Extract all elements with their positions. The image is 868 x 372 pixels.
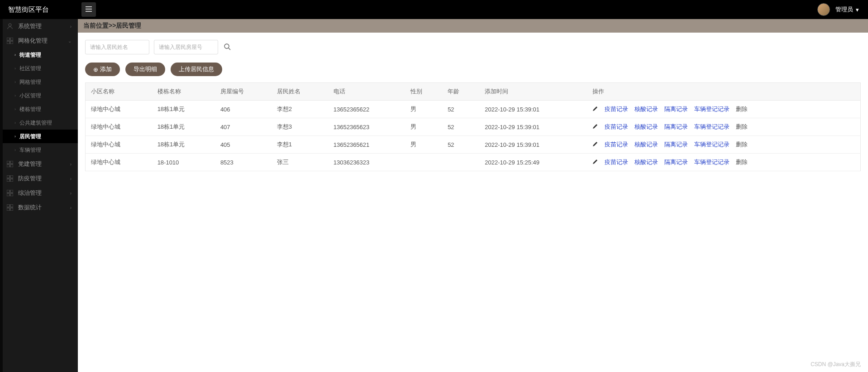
isolate-record-link[interactable]: 隔离记录: [664, 123, 688, 131]
svg-point-21: [224, 44, 229, 48]
delete-link[interactable]: 删除: [736, 140, 748, 149]
table-cell: 绿地中心城: [86, 101, 152, 118]
delete-link[interactable]: 删除: [736, 123, 748, 131]
nucleic-record-link[interactable]: 核酸记录: [634, 105, 658, 113]
add-button[interactable]: ⊕ 添加: [85, 63, 120, 76]
upload-button[interactable]: 上传居民信息: [171, 63, 222, 76]
table-header: 年龄: [442, 83, 479, 101]
isolate-record-link[interactable]: 隔离记录: [664, 105, 688, 113]
sidebar-menu-0[interactable]: 系统管理›: [0, 19, 78, 34]
sidebar-toggle-button[interactable]: [81, 2, 96, 17]
table-cell: 407: [215, 118, 272, 136]
nucleic-record-link[interactable]: 核酸记录: [634, 140, 658, 149]
topbar-right: 管理员 ▾: [817, 3, 868, 16]
table-cell: 405: [215, 136, 272, 154]
sidebar-submenu-1-7[interactable]: ›车辆管理: [0, 143, 78, 157]
delete-link[interactable]: 删除: [736, 105, 748, 113]
delete-link[interactable]: 删除: [736, 158, 748, 166]
search-button[interactable]: [223, 43, 232, 52]
room-number-input[interactable]: [154, 40, 218, 54]
vehicle-record-link[interactable]: 车辆登记记录: [694, 105, 730, 113]
edit-icon[interactable]: [592, 123, 598, 130]
sidebar-submenu-1-6[interactable]: ›居民管理: [0, 130, 78, 143]
table-cell: 绿地中心城: [86, 154, 152, 171]
vaccine-record-link[interactable]: 疫苗记录: [605, 105, 628, 113]
vaccine-record-link[interactable]: 疫苗记录: [605, 140, 628, 149]
sidebar-submenu-1-3[interactable]: ›小区管理: [0, 89, 78, 102]
chevron-right-icon: ›: [14, 53, 16, 57]
nucleic-record-link[interactable]: 核酸记录: [634, 123, 658, 131]
submenu-label: 公共建筑管理: [19, 119, 52, 127]
isolate-record-link[interactable]: 隔离记录: [664, 158, 688, 166]
resident-name-input[interactable]: [85, 40, 149, 54]
svg-rect-10: [10, 175, 13, 178]
user-role-label: 管理员: [835, 5, 853, 14]
menu-label: 网格化管理: [18, 37, 48, 45]
table-cell: 18栋1单元: [152, 118, 215, 136]
table-cell: 李想2: [272, 101, 328, 118]
chevron-right-icon: ›: [14, 148, 16, 152]
edit-icon[interactable]: [592, 141, 598, 148]
sidebar-submenu-1-4[interactable]: ›楼栋管理: [0, 102, 78, 116]
table-row: 绿地中心城18-10108523张三130362363232022-10-29 …: [86, 154, 861, 171]
svg-rect-1: [7, 38, 10, 40]
submenu-label: 街道管理: [19, 51, 41, 59]
svg-rect-7: [7, 164, 10, 167]
vehicle-record-link[interactable]: 车辆登记记录: [694, 123, 730, 131]
svg-rect-3: [7, 41, 10, 44]
table-cell: 2022-10-29 15:39:01: [479, 118, 587, 136]
vehicle-record-link[interactable]: 车辆登记记录: [694, 158, 730, 166]
sidebar-submenu-1-0[interactable]: ›街道管理: [0, 48, 78, 62]
sidebar-menu-1[interactable]: 网格化管理⌄: [0, 34, 78, 48]
table-cell: 13036236323: [328, 154, 405, 171]
chevron-right-icon: ›: [14, 66, 16, 71]
search-icon: [224, 43, 231, 52]
sidebar-submenu-1-5[interactable]: ›公共建筑管理: [0, 116, 78, 130]
sidebar: 系统管理›网格化管理⌄›街道管理›社区管理›网格管理›小区管理›楼栋管理›公共建…: [0, 19, 78, 179]
table-cell: [442, 154, 479, 171]
operations-cell: 疫苗记录核酸记录隔离记录车辆登记记录删除: [587, 118, 860, 136]
table-header: 添加时间: [479, 83, 587, 101]
chevron-right-icon: ›: [14, 93, 16, 98]
isolate-record-link[interactable]: 隔离记录: [664, 140, 688, 149]
table-cell: 13652365621: [328, 136, 405, 154]
avatar[interactable]: [817, 3, 830, 16]
menu-label: 系统管理: [18, 22, 42, 30]
export-button[interactable]: 导出明细: [125, 63, 165, 76]
operations-cell: 疫苗记录核酸记录隔离记录车辆登记记录删除: [587, 154, 860, 171]
menu-icon: [6, 160, 14, 168]
table-header: 操作: [587, 83, 860, 101]
vaccine-record-link[interactable]: 疫苗记录: [605, 123, 628, 131]
svg-line-22: [229, 48, 230, 50]
menu-label: 党建管理: [18, 160, 42, 168]
submenu-label: 网格管理: [19, 78, 41, 86]
menu-icon: [6, 23, 14, 30]
sidebar-scrollbar[interactable]: [0, 19, 3, 179]
table-cell: 李想3: [272, 118, 328, 136]
table-cell: 张三: [272, 154, 328, 171]
table-cell: 18-1010: [152, 154, 215, 171]
menu-icon: [6, 175, 14, 179]
edit-icon[interactable]: [592, 106, 598, 113]
breadcrumb-prefix: 当前位置>>: [83, 22, 116, 29]
vehicle-record-link[interactable]: 车辆登记记录: [694, 140, 730, 149]
sidebar-menu-3[interactable]: 防疫管理›: [0, 171, 78, 179]
table-cell: 2022-10-29 15:25:49: [479, 154, 587, 171]
table-header: 楼栋名称: [152, 83, 215, 101]
edit-icon[interactable]: [592, 159, 598, 166]
vaccine-record-link[interactable]: 疫苗记录: [605, 158, 628, 166]
chevron-icon: ›: [70, 24, 72, 29]
nucleic-record-link[interactable]: 核酸记录: [634, 158, 658, 166]
table-cell: 18栋1单元: [152, 136, 215, 154]
sidebar-submenu-1-1[interactable]: ›社区管理: [0, 62, 78, 75]
upload-button-label: 上传居民信息: [179, 65, 214, 73]
user-menu[interactable]: 管理员 ▾: [835, 5, 859, 14]
sidebar-menu-2[interactable]: 党建管理›: [0, 157, 78, 171]
operations-cell: 疫苗记录核酸记录隔离记录车辆登记记录删除: [587, 136, 860, 154]
sidebar-submenu-1-2[interactable]: ›网格管理: [0, 75, 78, 89]
action-row: ⊕ 添加 导出明细 上传居民信息: [85, 63, 861, 76]
table-header: 居民姓名: [272, 83, 328, 101]
table-cell: 绿地中心城: [86, 136, 152, 154]
table-row: 绿地中心城18栋1单元405李想113652365621男522022-10-2…: [86, 136, 861, 154]
plus-circle-icon: ⊕: [93, 66, 98, 73]
